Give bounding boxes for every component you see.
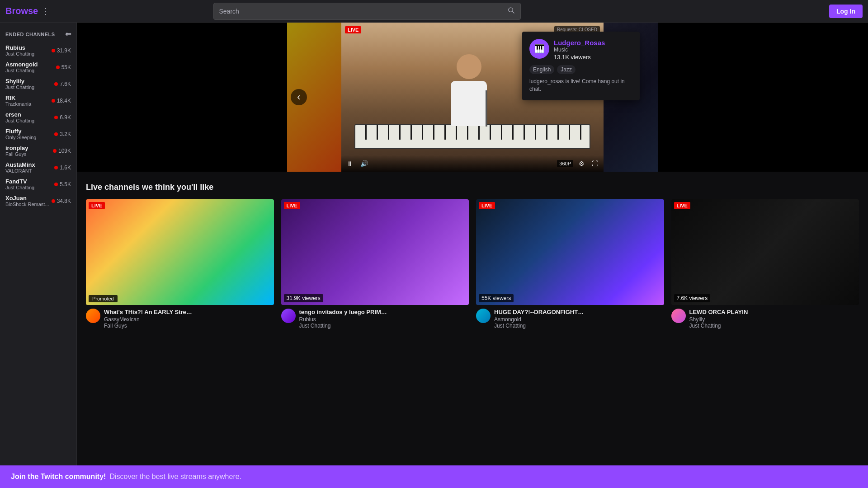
sidebar: ENDED CHANNELS ⇐ Rubius Just Chatting 31… [0,23,77,488]
sidebar-item-name: ironplay [5,145,28,151]
piano-black-keys [355,125,590,140]
channel-game: Fall Guys [104,323,194,329]
streamer-name[interactable]: Ludgero_Rosas [554,39,605,47]
streamer-category: Music [554,47,605,53]
volume-button[interactable]: 🔊 [359,159,370,168]
sidebar-item-category: VALORANT [5,168,35,174]
layout: ENDED CHANNELS ⇐ Rubius Just Chatting 31… [0,0,868,488]
search-input[interactable] [214,5,502,18]
channel-streamer-name[interactable]: GassyMexican [104,316,194,323]
channel-card[interactable]: LIVE Promoted What's THis?! An EARLY Str… [86,199,274,329]
sidebar-item-info: Rubius Just Chatting [5,44,34,56]
sidebar-item-viewers: 1.6K [54,164,71,171]
sidebar-item[interactable]: Fluffy Only Sleeping 3.2K [0,126,76,142]
viewers-badge: 55K viewers [479,294,514,302]
viewer-count-label: 31.9K [57,47,71,54]
live-dot-icon [52,49,55,52]
live-dot-icon [54,166,58,169]
channel-card[interactable]: LIVE 31.9K viewers tengo invitados y lue… [281,199,469,329]
channel-card[interactable]: LIVE 55K viewers HUGE DAY?!--DRAGONFIGHT… [476,199,664,329]
sidebar-collapse-button[interactable]: ⇐ [65,30,71,38]
hero-prev-button[interactable]: ‹ [291,89,307,105]
promoted-badge: Promoted [89,295,118,302]
channel-game: Just Chatting [494,323,585,329]
main-content: LIVE Requests: CLOSED ⏸ 🔊 360P ⚙ ⛶ [77,23,868,488]
sidebar-item[interactable]: Asmongold Just Chatting 55K [0,59,76,75]
channel-avatar[interactable] [671,309,686,323]
sidebar-item[interactable]: AustaMinx VALORANT 1.6K [0,159,76,176]
stream-description: ludgero_rosas is live! Come hang out in … [529,78,632,93]
fullscreen-button[interactable]: ⛶ [590,159,600,168]
stream-info-card: 🎹 Ludgero_Rosas Music 13.1K viewers Engl… [522,32,640,100]
sidebar-item-category: Just Chatting [5,68,38,73]
promo-title: Join the Twitch community! [11,473,106,481]
person-body [446,54,491,127]
channel-title: HUGE DAY?!--DRAGONFIGHT ALP... [494,309,585,316]
sidebar-item[interactable]: FandTV Just Chatting 5.5K [0,176,76,192]
sidebar-item-category: Just Chatting [5,185,34,190]
channels-grid: LIVE Promoted What's THis?! An EARLY Str… [86,199,859,329]
settings-button[interactable]: ⚙ [577,159,586,168]
channel-card[interactable]: LIVE 7.6K viewers LEWD ORCA PLAYIN Shyli… [671,199,859,329]
sidebar-item-viewers: 3.2K [54,131,71,137]
channel-thumbnail[interactable]: LIVE 55K viewers [476,199,664,305]
sidebar-item-info: ironplay Fall Guys [5,145,28,157]
sidebar-item-viewers: 31.9K [52,47,71,54]
sidebar-item-category: Just Chatting [5,118,34,123]
viewer-count-label: 109K [58,148,71,154]
channel-thumbnail[interactable]: LIVE 7.6K viewers [671,199,859,305]
sidebar-item[interactable]: RIK Trackmania 18.4K [0,92,76,109]
search-button[interactable] [502,3,520,19]
channel-live-badge: LIVE [479,202,495,209]
channel-info: What's THis?! An EARLY Stream?! ... Gass… [104,309,194,329]
live-dot-icon [54,82,58,86]
hero-live-badge: LIVE [345,26,361,33]
viewer-count-label: 7.6K [60,81,71,87]
quality-badge[interactable]: 360P [557,160,573,167]
streamer-details: Ludgero_Rosas Music 13.1K viewers [554,39,605,61]
header: Browse ⋮ Log In [0,0,868,23]
live-dot-icon [52,199,55,203]
stream-tag[interactable]: English [529,65,554,74]
channel-avatar[interactable] [281,309,296,323]
sidebar-item[interactable]: ersen Just Chatting 6.9K [0,109,76,126]
sidebar-item[interactable]: ironplay Fall Guys 109K [0,142,76,159]
sidebar-items-container: Rubius Just Chatting 31.9K Asmongold Jus… [0,42,76,209]
sidebar-item-name: Shylily [5,78,34,84]
sidebar-item-viewers: 7.6K [54,81,71,87]
viewers-badge: 31.9K viewers [284,294,323,302]
viewer-count-label: 55K [61,64,71,70]
section-title: Live channels we think you'll like [86,183,859,192]
channel-meta: LEWD ORCA PLAYIN Shylily Just Chatting [671,309,859,329]
channel-game: Just Chatting [689,323,748,329]
channel-streamer-name[interactable]: Shylily [689,316,748,323]
live-dot-icon [56,66,60,69]
channel-live-badge: LIVE [674,202,690,209]
channel-streamer-name[interactable]: Rubius [299,316,390,323]
channel-meta: tengo invitados y luego PRIMERA V... Rub… [281,309,469,329]
video-controls: ⏸ 🔊 360P ⚙ ⛶ [341,155,604,172]
sidebar-item[interactable]: XoJuan BioShock Remast... 34.8K [0,192,76,209]
stream-tag[interactable]: Jazz [557,65,576,74]
sidebar-item[interactable]: Shylily Just Chatting 7.6K [0,75,76,92]
channel-thumbnail[interactable]: LIVE Promoted [86,199,274,305]
sidebar-item[interactable]: Rubius Just Chatting 31.9K [0,42,76,59]
channel-meta: HUGE DAY?!--DRAGONFIGHT ALP... Asmongold… [476,309,664,329]
sidebar-item-info: ersen Just Chatting [5,111,34,123]
menu-icon[interactable]: ⋮ [42,6,50,16]
channel-info: LEWD ORCA PLAYIN Shylily Just Chatting [689,309,748,329]
viewer-count-label: 5.5K [60,181,71,188]
channel-streamer-name[interactable]: Asmongold [494,316,585,323]
channel-thumbnail[interactable]: LIVE 31.9K viewers [281,199,469,305]
channel-meta: What's THis?! An EARLY Stream?! ... Gass… [86,309,274,329]
channel-avatar[interactable] [86,309,100,323]
channel-avatar[interactable] [476,309,491,323]
pause-button[interactable]: ⏸ [345,159,355,168]
login-button[interactable]: Log In [829,5,863,18]
piano-keyboard [354,124,590,149]
channel-info: HUGE DAY?!--DRAGONFIGHT ALP... Asmongold… [494,309,585,329]
streamer-avatar[interactable]: 🎹 [529,39,549,59]
viewer-count-label: 6.9K [60,114,71,121]
hero-section: LIVE Requests: CLOSED ⏸ 🔊 360P ⚙ ⛶ [77,23,868,172]
live-dot-icon [54,183,58,186]
